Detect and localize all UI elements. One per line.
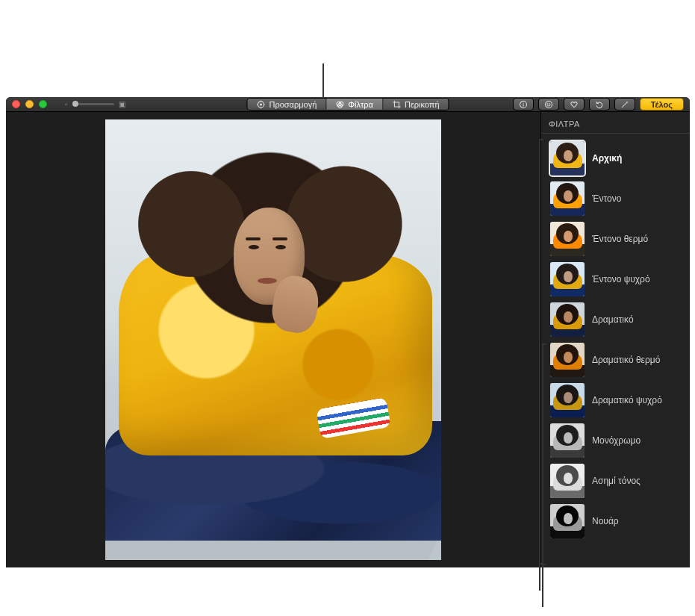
zoom-in-icon: ▣	[119, 100, 125, 108]
filter-item[interactable]: Αρχική	[547, 138, 687, 178]
tab-adjust[interactable]: Προσαρμογή	[247, 99, 326, 110]
tab-crop-label: Περικοπή	[405, 100, 440, 109]
filter-item[interactable]: Έντονο θερμό	[547, 219, 687, 259]
filter-item[interactable]: Ασημί τόνος	[547, 461, 687, 501]
filter-item[interactable]: Δραματικό θερμό	[547, 340, 687, 380]
filter-thumb	[550, 141, 585, 175]
filter-label: Μονόχρωμο	[592, 435, 641, 446]
face-button[interactable]	[538, 98, 559, 111]
rotate-button[interactable]	[589, 98, 610, 111]
filter-label: Έντονο ψυχρό	[592, 274, 650, 284]
zoom-control: ▫ ▣	[65, 100, 125, 108]
titlebar: ▫ ▣ Προσαρμογή Φίλτρα Περικοπή	[6, 97, 690, 112]
filter-thumb	[550, 464, 585, 498]
filters-icon	[335, 100, 344, 109]
filters-sidebar: ΦΙΛΤΡΑ ΑρχικήΈντονοΈντονο θερμόΈντονο ψυ…	[540, 112, 690, 567]
crop-icon	[392, 100, 401, 109]
filter-label: Νουάρ	[592, 516, 619, 526]
content-area: ΦΙΛΤΡΑ ΑρχικήΈντονοΈντονο θερμόΈντονο ψυ…	[6, 112, 690, 567]
zoom-slider[interactable]	[72, 103, 114, 105]
filter-thumb	[550, 504, 585, 538]
tab-adjust-label: Προσαρμογή	[269, 100, 317, 109]
adjust-icon	[256, 100, 265, 109]
filter-item[interactable]: Δραματικό	[547, 299, 687, 340]
fullscreen-button[interactable]	[39, 100, 47, 108]
photo-canvas	[6, 112, 540, 567]
sidebar-title: ΦΙΛΤΡΑ	[541, 115, 690, 134]
tab-filters-label: Φίλτρα	[348, 100, 373, 109]
filter-item[interactable]: Νουάρ	[547, 501, 687, 541]
toolbar-right: Τέλος	[513, 98, 684, 111]
svg-point-7	[547, 103, 548, 104]
tab-crop[interactable]: Περικοπή	[383, 99, 449, 110]
filter-item[interactable]: Έντονο	[547, 178, 687, 219]
edit-mode-tabs: Προσαρμογή Φίλτρα Περικοπή	[246, 98, 449, 111]
svg-point-8	[549, 103, 550, 104]
filter-thumb	[550, 383, 585, 417]
filter-item[interactable]: Μονόχρωμο	[547, 420, 687, 461]
filter-label: Δραματικό ψυχρό	[592, 395, 662, 405]
callout-line	[542, 565, 543, 607]
callout-line	[539, 564, 540, 591]
filter-thumb	[550, 181, 585, 216]
filter-item[interactable]: Έντονο ψυχρό	[547, 259, 687, 299]
filter-thumb	[550, 302, 585, 337]
minimize-button[interactable]	[25, 100, 34, 108]
callout-bracket	[539, 139, 540, 564]
zoom-out-icon: ▫	[65, 100, 68, 108]
autoenhance-button[interactable]	[614, 98, 635, 111]
filter-item[interactable]: Δραματικό ψυχρό	[547, 380, 687, 420]
favorite-button[interactable]	[564, 98, 585, 111]
svg-point-1	[260, 104, 261, 105]
info-button[interactable]	[513, 98, 534, 111]
window-controls	[12, 100, 47, 108]
filter-label: Αρχική	[592, 153, 622, 164]
filter-label: Έντονο	[592, 193, 621, 204]
filter-label: Δραματικό	[592, 314, 634, 325]
filter-thumb	[550, 222, 585, 256]
close-button[interactable]	[12, 100, 20, 108]
edited-photo[interactable]	[105, 119, 441, 560]
filter-thumb	[550, 262, 585, 296]
filter-label: Έντονο θερμό	[592, 234, 648, 244]
callout-bracket	[542, 343, 543, 565]
filter-thumb	[550, 423, 585, 458]
svg-point-6	[545, 101, 552, 108]
photos-edit-window: ▫ ▣ Προσαρμογή Φίλτρα Περικοπή	[6, 97, 690, 567]
callout-line	[322, 63, 324, 98]
filter-label: Δραματικό θερμό	[592, 355, 660, 365]
filter-thumb	[550, 343, 585, 377]
done-button[interactable]: Τέλος	[640, 98, 684, 111]
filters-list: ΑρχικήΈντονοΈντονο θερμόΈντονο ψυχρόΔραμ…	[541, 134, 690, 567]
filter-label: Ασημί τόνος	[592, 476, 641, 486]
done-label: Τέλος	[651, 100, 673, 109]
tab-filters[interactable]: Φίλτρα	[326, 99, 383, 110]
